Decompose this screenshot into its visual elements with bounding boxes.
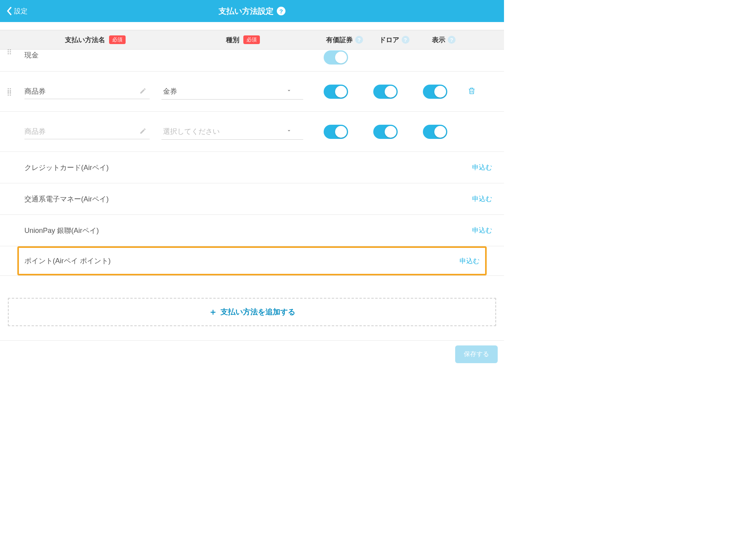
drawer-toggle[interactable] [373,125,398,139]
airpay-label: UnionPay 銀聯(Airペイ) [24,226,99,235]
securities-toggle[interactable] [324,125,348,139]
trash-icon[interactable] [467,87,476,97]
save-button[interactable]: 保存する [455,345,498,363]
column-drawer-label: ドロア [379,35,399,44]
payment-name-input[interactable] [24,84,150,99]
chevron-left-icon [6,7,12,15]
pencil-icon [139,127,146,136]
back-button[interactable]: 設定 [6,7,28,16]
airpay-label: クレジットカード(Airペイ) [24,163,109,172]
airpay-row-unionpay: UnionPay 銀聯(Airペイ) 申込む [0,215,504,246]
footer-bar: 保存する [0,340,504,368]
chevron-down-icon [286,127,292,136]
app-header: 設定 支払い方法設定 ? [0,0,504,22]
apply-link[interactable]: 申込む [472,163,492,172]
display-toggle[interactable] [423,85,447,99]
add-button-label: 支払い方法を追加する [220,307,295,317]
securities-toggle[interactable] [324,50,348,65]
help-icon[interactable]: ? [355,36,363,44]
page-title: 支払い方法設定 ? [219,6,285,17]
column-header-securities: 有価証券 ? [320,35,369,44]
column-name-label: 支払い方法名 [65,35,105,44]
column-header-type: 種別 必須 [166,35,320,44]
airpay-row-credit: クレジットカード(Airペイ) 申込む [0,152,504,183]
airpay-row-point-highlighted: ポイント(Airペイ ポイント) 申込む [17,246,487,275]
column-header-display: 表示 ? [419,35,469,44]
drag-handle[interactable]: ⠿⠿ [4,89,16,94]
add-payment-method-button[interactable]: ＋ 支払い方法を追加する [8,298,496,326]
apply-link[interactable]: 申込む [472,226,492,235]
column-header-name: 支払い方法名 必須 [24,35,166,44]
table-header: 支払い方法名 必須 種別 必須 有価証券 ? ドロア ? 表示 ? [0,30,504,50]
column-securities-label: 有価証券 [326,35,353,44]
help-icon[interactable]: ? [448,36,456,44]
column-header-drawer: ドロア ? [369,35,419,44]
type-select-value: 金券 [163,87,177,96]
column-type-label: 種別 [226,35,239,44]
plus-icon: ＋ [209,306,217,318]
help-icon[interactable]: ? [277,7,285,15]
payment-type-select[interactable]: 選択してください [161,124,303,140]
payment-row-voucher: ⠿⠿ 金券 [0,72,504,112]
payment-row-cash: ⠿ 現金 [0,50,504,72]
payment-row-new: ⠿ 選択してください [0,112,504,152]
airpay-label: 交通系電子マネー(Airペイ) [24,194,109,204]
payment-name-input[interactable] [24,124,150,139]
payment-type-select[interactable]: 金券 [161,83,303,100]
pencil-icon [139,87,146,96]
help-icon[interactable]: ? [402,36,410,44]
apply-link[interactable]: 申込む [460,257,480,266]
airpay-row-emoney: 交通系電子マネー(Airペイ) 申込む [0,183,504,215]
required-badge: 必須 [109,35,126,44]
type-select-placeholder: 選択してください [163,127,220,136]
apply-link[interactable]: 申込む [472,194,492,203]
payment-name-cash: 現金 [24,50,150,60]
chevron-down-icon [286,87,292,96]
airpay-label: ポイント(Airペイ ポイント) [24,256,111,266]
securities-toggle[interactable] [324,85,348,99]
required-badge: 必須 [243,35,260,44]
back-label: 設定 [14,7,28,16]
display-toggle[interactable] [423,125,447,139]
drag-handle[interactable]: ⠿ [4,50,16,53]
drawer-toggle[interactable] [373,85,398,99]
payment-method-list: ⠿ 現金 ⠿⠿ 金券 ⠿ 選択してくださ [0,50,504,276]
column-display-label: 表示 [432,35,445,44]
page-title-text: 支払い方法設定 [219,6,274,17]
